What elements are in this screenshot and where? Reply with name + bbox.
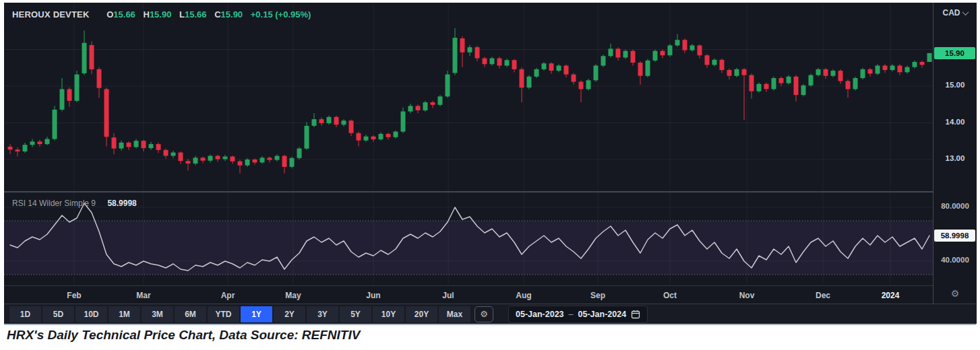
- date-range-dash: –: [569, 310, 574, 319]
- price-scale-column[interactable]: CAD 15.90 15.0014.0013.00 80.0000 58.999…: [933, 3, 977, 324]
- month-label-nov: Nov: [739, 291, 755, 300]
- range-max-button[interactable]: Max: [439, 306, 470, 322]
- range-5d-button[interactable]: 5D: [42, 306, 74, 322]
- range-1y-button[interactable]: 1Y: [241, 306, 272, 322]
- close-label: C: [214, 9, 220, 20]
- trading-chart-widget: HEROUX DEVTEK O15.66 H15.90 L15.66 C15.9…: [4, 3, 976, 325]
- month-label-2024: 2024: [882, 291, 900, 300]
- month-label-feb: Feb: [67, 291, 81, 300]
- range-1m-button[interactable]: 1M: [109, 306, 140, 322]
- chart-caption: HRX's Daily Technical Price Chart, Data …: [7, 328, 360, 343]
- symbol-name: HEROUX DEVTEK: [12, 9, 90, 20]
- month-label-sep: Sep: [590, 291, 605, 300]
- price-candlestick-chart[interactable]: [4, 3, 933, 191]
- month-label-apr: Apr: [221, 291, 235, 300]
- month-label-aug: Aug: [516, 291, 531, 300]
- month-label-oct: Oct: [663, 291, 677, 300]
- month-label-dec: Dec: [816, 291, 830, 300]
- range-1d-button[interactable]: 1D: [9, 306, 41, 322]
- month-label-jun: Jun: [366, 291, 380, 300]
- range-20y-button[interactable]: 20Y: [406, 306, 437, 322]
- last-price-badge: 15.90: [934, 47, 975, 59]
- range-buttons: 1D5D10D1M3M6MYTD1Y2Y3Y5Y10Y20YMax: [9, 306, 470, 322]
- range-2y-button[interactable]: 2Y: [274, 306, 305, 322]
- rsi-indicator-chart[interactable]: [4, 193, 933, 285]
- high-value: 15.90: [150, 9, 172, 20]
- range-5y-button[interactable]: 5Y: [340, 306, 371, 322]
- date-from: 05-Jan-2023: [516, 310, 564, 319]
- calendar-icon: [631, 310, 640, 319]
- high-label: H: [143, 9, 149, 20]
- price-tick-14.00: 14.00: [933, 118, 977, 126]
- price-tick-13.00: 13.00: [933, 154, 977, 162]
- range-10y-button[interactable]: 10Y: [373, 306, 404, 322]
- symbol-ohlc-header: HEROUX DEVTEK O15.66 H15.90 L15.66 C15.9…: [12, 9, 311, 20]
- month-label-may: May: [285, 291, 301, 300]
- price-tick-15.00: 15.00: [933, 81, 977, 89]
- rsi-current-value: 58.9998: [107, 199, 136, 208]
- currency-dropdown[interactable]: CAD: [933, 8, 977, 18]
- month-label-mar: Mar: [136, 291, 150, 300]
- date-range-picker[interactable]: 05-Jan-2023 – 05-Jan-2024: [508, 306, 648, 323]
- range-6m-button[interactable]: 6M: [175, 306, 206, 322]
- chart-settings-button[interactable]: ⚙: [474, 306, 493, 322]
- rsi-lower-tick: 40.0000: [933, 256, 977, 264]
- rsi-value-badge: 58.9998: [934, 230, 975, 242]
- rsi-title: RSI 14 Wilder Simple 9: [12, 199, 96, 208]
- low-label: L: [179, 9, 185, 20]
- rsi-upper-tick: 80.0000: [933, 202, 977, 210]
- close-value: 15.90: [221, 9, 243, 20]
- range-toolbar: 1D5D10D1M3M6MYTD1Y2Y3Y5Y10Y20YMax ⚙ 05-J…: [4, 304, 976, 324]
- range-3y-button[interactable]: 3Y: [307, 306, 338, 322]
- range-ytd-button[interactable]: YTD: [208, 306, 239, 322]
- axis-settings-gear-icon[interactable]: ⚙: [933, 288, 977, 299]
- open-label: O: [106, 9, 113, 20]
- rsi-header: RSI 14 Wilder Simple 9 58.9998: [12, 199, 137, 208]
- range-3m-button[interactable]: 3M: [142, 306, 173, 322]
- currency-label: CAD: [943, 8, 960, 18]
- time-axis[interactable]: FebMarAprMayJunJulAugSepOctNovDec2024: [4, 286, 933, 304]
- change-value: +0.15 (+0.95%): [251, 9, 311, 20]
- open-value: 15.66: [113, 9, 135, 20]
- gear-icon: ⚙: [480, 309, 488, 319]
- chevron-down-icon: [962, 9, 969, 15]
- range-10d-button[interactable]: 10D: [75, 306, 107, 322]
- low-value: 15.66: [185, 9, 207, 20]
- date-to: 05-Jan-2024: [578, 310, 627, 319]
- month-label-jul: Jul: [442, 291, 454, 300]
- screenshot-root: HEROUX DEVTEK O15.66 H15.90 L15.66 C15.9…: [0, 0, 980, 350]
